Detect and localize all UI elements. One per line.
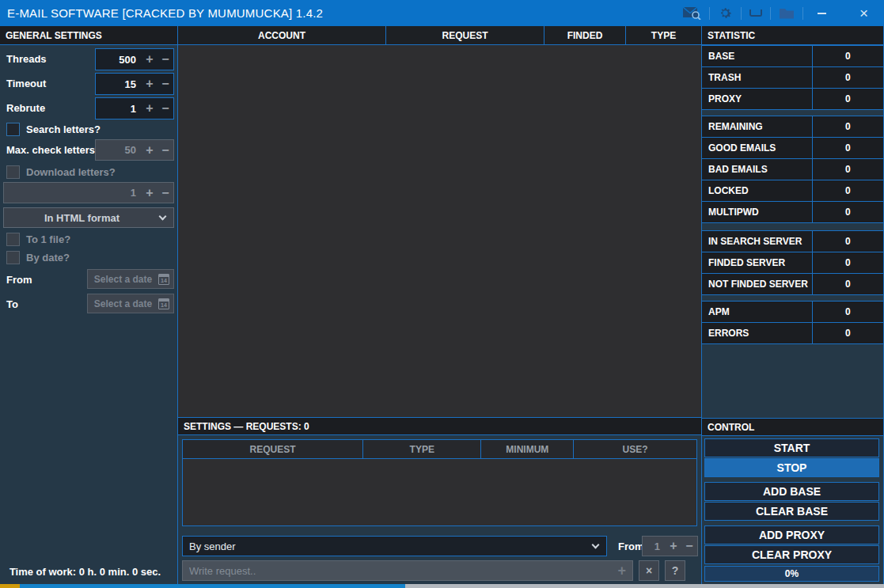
calendar-icon: 14: [158, 274, 169, 285]
requests-col-request[interactable]: REQUEST: [183, 440, 362, 458]
strip-blue-segment: [20, 584, 405, 588]
download-depth-increment-button[interactable]: +: [142, 187, 157, 199]
download-letters-checkbox[interactable]: [6, 165, 20, 179]
request-from-increment-button[interactable]: +: [666, 540, 681, 552]
download-depth-stepper[interactable]: 1 + −: [3, 182, 174, 203]
rebrute-label: Rebrute: [6, 102, 45, 114]
control-header: CONTROL: [702, 418, 883, 436]
request-type-select[interactable]: By sender: [182, 536, 607, 556]
stat-row-bad-emails: BAD EMAILS 0: [702, 159, 883, 180]
accounts-col-request[interactable]: REQUEST: [385, 26, 544, 44]
clear-base-button[interactable]: CLEAR BASE: [704, 502, 879, 521]
stat-row-remaining: REMAINING 0: [702, 116, 883, 138]
timeout-stepper[interactable]: 15 + −: [95, 73, 174, 95]
close-button[interactable]: ×: [840, 0, 884, 26]
stat-value: 0: [813, 116, 883, 137]
request-from-value[interactable]: 1: [643, 541, 666, 552]
threads-increment-button[interactable]: +: [142, 53, 157, 66]
to-one-file-checkbox[interactable]: [6, 233, 20, 246]
download-letters-label: Download letters?: [26, 166, 116, 178]
accounts-table-header: ACCOUNT REQUEST FINDED TYPE: [178, 26, 701, 45]
request-type-value: By sender: [183, 541, 593, 552]
request-from-decrement-button[interactable]: −: [681, 540, 697, 552]
date-to-picker[interactable]: Select a date 14: [87, 294, 174, 313]
time-of-work-status: Time of work: 0 h. 0 min. 0 sec.: [0, 566, 170, 578]
accounts-table-body[interactable]: [178, 45, 701, 417]
date-from-picker[interactable]: Select a date 14: [87, 269, 174, 289]
clear-proxy-button[interactable]: CLEAR PROXY: [704, 545, 879, 564]
stat-label: GOOD EMAILS: [702, 138, 813, 158]
by-date-checkbox[interactable]: [6, 251, 20, 264]
stat-group-perf: APM 0 ERRORS 0: [702, 301, 883, 344]
stop-button[interactable]: STOP: [704, 458, 879, 477]
threads-value[interactable]: 500: [96, 54, 142, 66]
threads-stepper[interactable]: 500 + −: [95, 48, 174, 70]
stat-group-base: BASE 0 TRASH 0 PROXY 0: [702, 45, 883, 110]
rebrute-stepper[interactable]: 1 + −: [95, 97, 174, 119]
threads-decrement-button[interactable]: −: [157, 53, 173, 66]
requests-col-use[interactable]: USE?: [573, 440, 696, 458]
max-check-increment-button[interactable]: +: [142, 144, 157, 157]
accounts-col-finded[interactable]: FINDED: [544, 26, 625, 44]
requests-col-minimum[interactable]: MINIMUM: [480, 440, 573, 458]
accounts-col-account[interactable]: ACCOUNT: [178, 26, 385, 44]
by-date-label: By date?: [26, 252, 70, 264]
max-check-decrement-button[interactable]: −: [157, 144, 173, 157]
delete-request-button[interactable]: ×: [639, 560, 659, 581]
accounts-col-type[interactable]: TYPE: [625, 26, 701, 44]
rebrute-decrement-button[interactable]: −: [157, 102, 173, 115]
stat-value: 0: [813, 252, 883, 273]
chevron-down-icon: [592, 541, 600, 548]
date-from-placeholder: Select a date: [88, 274, 158, 285]
add-base-button[interactable]: ADD BASE: [704, 482, 879, 501]
stat-row-errors: ERRORS 0: [702, 323, 883, 344]
general-settings-header: GENERAL SETTINGS: [0, 26, 177, 45]
requests-settings-header: SETTINGS — REQUESTS: 0: [178, 417, 701, 435]
max-check-letters-label: Max. check letters*: [6, 144, 99, 156]
requests-col-type[interactable]: TYPE: [362, 440, 480, 458]
download-depth-decrement-button[interactable]: −: [157, 187, 173, 199]
help-button[interactable]: ?: [665, 560, 685, 581]
timeout-decrement-button[interactable]: −: [157, 78, 173, 90]
search-letters-checkbox[interactable]: [6, 123, 20, 136]
stat-value: 0: [813, 202, 883, 222]
requests-table-body[interactable]: [183, 459, 696, 525]
titlebar-separator: [770, 7, 771, 20]
add-proxy-button[interactable]: ADD PROXY: [704, 525, 879, 544]
folder-icon[interactable]: [771, 0, 802, 26]
rebrute-value[interactable]: 1: [96, 103, 142, 115]
rebrute-increment-button[interactable]: +: [142, 102, 157, 115]
timeout-increment-button[interactable]: +: [142, 78, 157, 90]
stat-label: BAD EMAILS: [702, 159, 813, 180]
stat-value: 0: [813, 180, 883, 201]
stat-value: 0: [813, 159, 883, 180]
add-request-button[interactable]: +: [611, 563, 632, 579]
stat-value: 0: [813, 274, 883, 294]
request-from-stepper[interactable]: 1 + −: [642, 536, 698, 556]
mail-search-icon[interactable]: [674, 0, 709, 26]
download-letters-row: Download letters?: [6, 165, 116, 179]
start-button[interactable]: START: [704, 438, 879, 457]
request-input[interactable]: [183, 565, 611, 577]
stat-value: 0: [813, 231, 883, 252]
statistic-panel: STATISTIC BASE 0 TRASH 0 PROXY 0 REMAINI…: [701, 26, 884, 584]
stat-row-trash: TRASH 0: [702, 67, 883, 89]
titlebar-separator: [741, 7, 742, 20]
timeout-label: Timeout: [6, 78, 46, 89]
download-depth-value[interactable]: 1: [4, 187, 142, 199]
stat-value: 0: [813, 323, 883, 343]
tray-icon[interactable]: [742, 0, 770, 26]
max-check-letters-value[interactable]: 50: [96, 144, 142, 156]
stat-label: BASE: [702, 46, 813, 66]
timeout-value[interactable]: 15: [96, 78, 142, 90]
calendar-day: 14: [159, 302, 169, 309]
max-check-letters-stepper[interactable]: 50 + −: [95, 139, 174, 161]
general-settings-panel: GENERAL SETTINGS Threads 500 + − Timeout…: [0, 26, 178, 584]
stat-value: 0: [813, 89, 883, 109]
minimize-button[interactable]: [803, 0, 840, 26]
requests-table: REQUEST TYPE MINIMUM USE?: [182, 439, 697, 526]
gear-icon[interactable]: [710, 0, 741, 26]
stat-group-server: IN SEARCH SERVER 0 FINDED SERVER 0 NOT F…: [702, 230, 883, 295]
title-bar: E-MAIL SOFTWARE [CRACKED BY MUMUMUCKA] 1…: [0, 0, 884, 26]
letter-format-select[interactable]: In HTML format: [3, 207, 174, 228]
